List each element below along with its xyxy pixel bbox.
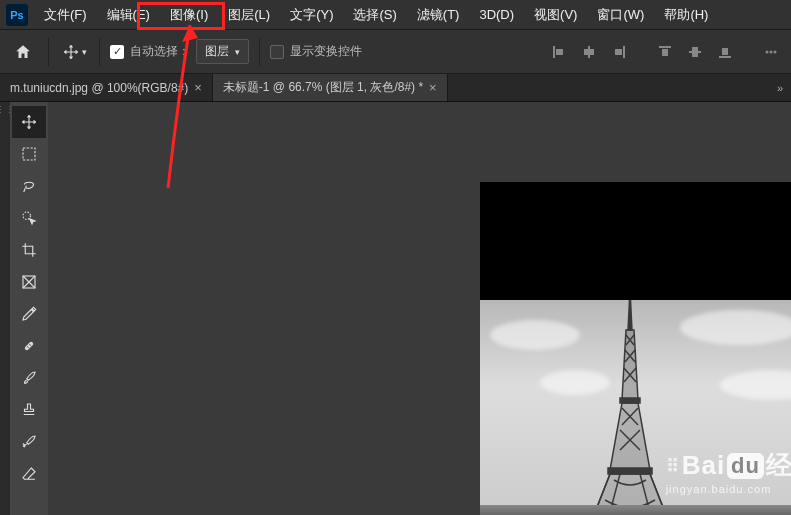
image-black-region [480, 182, 791, 300]
watermark-brand-mid: du [727, 453, 764, 479]
tab-2[interactable]: 未标题-1 @ 66.7% (图层 1, 灰色/8#) * × [213, 74, 448, 101]
panel-toggle-icon[interactable]: » [769, 74, 791, 101]
watermark-brand-pre: Bai [682, 450, 725, 481]
move-tool[interactable] [12, 106, 46, 138]
menu-edit[interactable]: 编辑(E) [97, 2, 160, 28]
tab-1[interactable]: m.tuniucdn.jpg @ 100%(RGB/8#) × [0, 74, 213, 101]
lasso-tool[interactable] [12, 170, 46, 202]
svg-point-13 [770, 50, 773, 53]
tools-gutter: ⋮⋮ [0, 102, 10, 515]
dropdown-value: 图层 [205, 43, 229, 60]
svg-rect-0 [553, 46, 555, 58]
close-icon[interactable]: × [429, 80, 437, 95]
app-logo: Ps [6, 4, 28, 26]
menu-filter[interactable]: 滤镜(T) [407, 2, 470, 28]
watermark-sub: jingyan.baidu.com [666, 483, 791, 495]
svg-point-20 [28, 345, 30, 347]
align-center-h-icon[interactable] [577, 40, 601, 64]
grip-icon[interactable]: ⋮⋮ [0, 102, 10, 117]
align-top-icon[interactable] [653, 40, 677, 64]
document-tabs: m.tuniucdn.jpg @ 100%(RGB/8#) × 未标题-1 @ … [0, 74, 791, 102]
tab-label: m.tuniucdn.jpg @ 100%(RGB/8#) [10, 81, 188, 95]
menu-bar: Ps 文件(F) 编辑(E) 图像(I) 图层(L) 文字(Y) 选择(S) 滤… [0, 0, 791, 30]
tools-panel [10, 102, 48, 515]
svg-rect-6 [659, 46, 671, 48]
menu-image[interactable]: 图像(I) [160, 2, 218, 28]
quick-select-tool[interactable] [12, 202, 46, 234]
eyedropper-tool[interactable] [12, 298, 46, 330]
menu-layer[interactable]: 图层(L) [218, 2, 280, 28]
history-brush-tool[interactable] [12, 426, 46, 458]
stamp-tool[interactable] [12, 394, 46, 426]
image-photo-region: ⠿ Baidu经验 jingyan.baidu.com [480, 300, 791, 515]
svg-point-12 [766, 50, 769, 53]
healing-tool[interactable] [12, 330, 46, 362]
show-transform-label: 显示变换控件 [290, 43, 362, 60]
marquee-tool[interactable] [12, 138, 46, 170]
frame-tool[interactable] [12, 266, 46, 298]
align-center-v-icon[interactable] [683, 40, 707, 64]
svg-rect-11 [722, 48, 728, 55]
home-button[interactable] [8, 37, 38, 67]
svg-rect-3 [584, 49, 594, 55]
auto-select-checkbox[interactable]: ✓ [110, 45, 124, 59]
divider [259, 38, 260, 66]
align-left-icon[interactable] [547, 40, 571, 64]
divider [99, 38, 100, 66]
align-bottom-icon[interactable] [713, 40, 737, 64]
show-transform-checkbox[interactable] [270, 45, 284, 59]
eiffel-tower-graphic [590, 300, 670, 515]
eraser-tool[interactable] [12, 458, 46, 490]
menu-select[interactable]: 选择(S) [343, 2, 406, 28]
watermark-brand-post: 经验 [766, 448, 791, 483]
menu-window[interactable]: 窗口(W) [587, 2, 654, 28]
brush-tool[interactable] [12, 362, 46, 394]
crop-tool[interactable] [12, 234, 46, 266]
svg-point-21 [31, 343, 33, 345]
svg-point-19 [26, 348, 28, 350]
close-icon[interactable]: × [194, 80, 202, 95]
svg-point-14 [774, 50, 777, 53]
menu-type[interactable]: 文字(Y) [280, 2, 343, 28]
move-tool-icon[interactable]: ▾ [59, 37, 89, 67]
divider [48, 38, 49, 66]
svg-rect-15 [23, 148, 35, 160]
svg-rect-1 [556, 49, 563, 55]
svg-rect-7 [662, 49, 668, 56]
svg-rect-4 [623, 46, 625, 58]
menu-3d[interactable]: 3D(D) [469, 3, 524, 26]
auto-select-label: 自动选择： [130, 43, 190, 60]
align-right-icon[interactable] [607, 40, 631, 64]
more-align-icon[interactable] [759, 40, 783, 64]
menu-view[interactable]: 视图(V) [524, 2, 587, 28]
svg-rect-10 [719, 56, 731, 58]
chevron-down-icon: ▾ [235, 47, 240, 57]
tab-label: 未标题-1 @ 66.7% (图层 1, 灰色/8#) * [223, 79, 423, 96]
menu-file[interactable]: 文件(F) [34, 2, 97, 28]
options-bar: ▾ ✓ 自动选择： 图层 ▾ 显示变换控件 [0, 30, 791, 74]
svg-rect-5 [615, 49, 622, 55]
auto-select-dropdown[interactable]: 图层 ▾ [196, 39, 249, 64]
canvas[interactable]: ⠿ Baidu经验 jingyan.baidu.com [48, 102, 791, 515]
watermark: ⠿ Baidu经验 jingyan.baidu.com [666, 448, 791, 495]
menu-help[interactable]: 帮助(H) [654, 2, 718, 28]
workspace: ⋮⋮ [0, 102, 791, 515]
svg-rect-9 [692, 47, 698, 57]
svg-rect-23 [608, 468, 652, 474]
